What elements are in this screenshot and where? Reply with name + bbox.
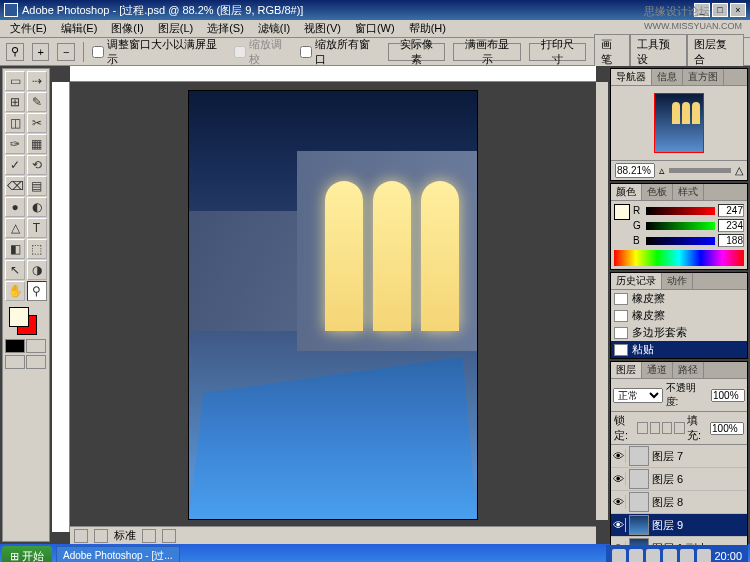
b-slider[interactable] (646, 237, 715, 245)
screenmode-std-icon[interactable] (5, 355, 25, 369)
dodge-tool[interactable]: ◐ (27, 197, 47, 217)
tab-swatches[interactable]: 色板 (642, 184, 673, 200)
visibility-icon[interactable]: 👁 (612, 495, 626, 509)
shape-tool[interactable]: ⬚ (27, 239, 47, 259)
b-value[interactable] (718, 234, 744, 247)
brush-tool[interactable]: ▦ (27, 134, 47, 154)
blur-tool[interactable]: ● (5, 197, 25, 217)
minimize-button[interactable]: _ (694, 3, 710, 17)
opacity-field[interactable] (711, 389, 745, 402)
layer-item[interactable]: 👁图层 8 (611, 491, 747, 514)
navigator-preview[interactable] (654, 93, 704, 153)
tab-layers[interactable]: 图层 (611, 362, 642, 378)
menu-image[interactable]: 图像(I) (105, 20, 149, 37)
type-tool[interactable]: T (27, 218, 47, 238)
zoom-in-icon[interactable]: △ (735, 164, 743, 177)
start-button[interactable]: ⊞ 开始 (2, 546, 52, 562)
menu-layer[interactable]: 图层(L) (152, 20, 199, 37)
visibility-icon[interactable]: 👁 (612, 472, 626, 486)
fit-all-check[interactable]: 缩放所有窗口 (300, 37, 380, 67)
zoom-drag-check[interactable]: 缩放调校 (234, 37, 292, 67)
color-spectrum[interactable] (614, 250, 744, 266)
history-item[interactable]: 橡皮擦 (611, 290, 747, 307)
zoom-tool-icon[interactable]: ⚲ (6, 43, 24, 61)
tray-icon[interactable] (697, 549, 711, 562)
color-fg-swatch[interactable] (614, 204, 630, 220)
palette-presets[interactable]: 工具预设 (630, 34, 687, 70)
status-icon[interactable] (74, 529, 88, 543)
menu-edit[interactable]: 编辑(E) (55, 20, 104, 37)
zoom-slider[interactable] (669, 168, 731, 173)
fg-color-swatch[interactable] (9, 307, 29, 327)
canvas-image[interactable] (188, 90, 478, 520)
g-value[interactable] (718, 219, 744, 232)
menu-help[interactable]: 帮助(H) (403, 20, 452, 37)
r-slider[interactable] (646, 207, 715, 215)
tray-icon[interactable] (663, 549, 677, 562)
tray-icon[interactable] (680, 549, 694, 562)
gradient-tool[interactable]: ▤ (27, 176, 47, 196)
clock[interactable]: 20:00 (714, 550, 742, 562)
maximize-button[interactable]: □ (712, 3, 728, 17)
notes-tool[interactable]: ↖ (5, 260, 25, 280)
history-item[interactable]: 橡皮擦 (611, 307, 747, 324)
eyedropper-tool[interactable]: ◑ (27, 260, 47, 280)
hand-tool[interactable]: ✋ (5, 281, 25, 301)
zoom-in-icon[interactable]: + (32, 43, 50, 61)
menu-select[interactable]: 选择(S) (201, 20, 250, 37)
menu-view[interactable]: 视图(V) (298, 20, 347, 37)
tab-histogram[interactable]: 直方图 (683, 69, 724, 85)
status-icon[interactable] (142, 529, 156, 543)
quickmask-icon[interactable] (26, 339, 46, 353)
wand-tool[interactable]: ✎ (27, 92, 47, 112)
history-brush-tool[interactable]: ⟲ (27, 155, 47, 175)
tab-navigator[interactable]: 导航器 (611, 69, 652, 85)
lock-all-icon[interactable] (674, 422, 684, 434)
tab-info[interactable]: 信息 (652, 69, 683, 85)
pen-tool[interactable]: ◧ (5, 239, 25, 259)
scrollbar-vertical[interactable] (596, 82, 608, 520)
tab-actions[interactable]: 动作 (662, 273, 693, 289)
tray-icon[interactable] (629, 549, 643, 562)
lock-pos-icon[interactable] (662, 422, 672, 434)
fill-field[interactable] (710, 422, 744, 435)
lasso-tool[interactable]: ⊞ (5, 92, 25, 112)
heal-tool[interactable]: ✑ (5, 134, 25, 154)
zoom-out-icon[interactable]: − (57, 43, 75, 61)
menu-file[interactable]: 文件(E) (4, 20, 53, 37)
tab-color[interactable]: 颜色 (611, 184, 642, 200)
menu-filter[interactable]: 滤镜(I) (252, 20, 296, 37)
screenmode-full-icon[interactable] (26, 355, 46, 369)
actual-pixels-button[interactable]: 实际像素 (388, 43, 445, 61)
zoom-tool[interactable]: ⚲ (27, 281, 47, 301)
default-colors-icon[interactable] (5, 339, 25, 353)
taskbar-item[interactable]: Adobe Photoshop - [过... (56, 546, 180, 562)
status-icon[interactable] (94, 529, 108, 543)
tray-icon[interactable] (612, 549, 626, 562)
tab-paths[interactable]: 路径 (673, 362, 704, 378)
palette-comps[interactable]: 图层复合 (687, 34, 744, 70)
lock-paint-icon[interactable] (650, 422, 660, 434)
visibility-icon[interactable]: 👁 (612, 518, 626, 532)
close-button[interactable]: × (730, 3, 746, 17)
ruler-horizontal[interactable] (70, 66, 596, 82)
marquee-tool[interactable]: ▭ (5, 71, 25, 91)
lock-trans-icon[interactable] (637, 422, 647, 434)
path-tool[interactable]: △ (5, 218, 25, 238)
history-item[interactable]: 多边形套索 (611, 324, 747, 341)
tab-styles[interactable]: 样式 (673, 184, 704, 200)
visibility-icon[interactable]: 👁 (612, 449, 626, 463)
zoom-out-icon[interactable]: ▵ (659, 164, 665, 177)
g-slider[interactable] (646, 222, 715, 230)
palette-brushes[interactable]: 画笔 (594, 34, 630, 70)
fit-screen-button[interactable]: 满画布显示 (453, 43, 521, 61)
move-tool[interactable]: ⇢ (27, 71, 47, 91)
status-icon[interactable] (162, 529, 176, 543)
zoom-field[interactable] (615, 163, 655, 178)
fit-window-check[interactable]: 调整窗口大小以满屏显示 (92, 37, 226, 67)
ruler-vertical[interactable] (52, 82, 70, 532)
tab-history[interactable]: 历史记录 (611, 273, 662, 289)
layer-item[interactable]: 👁图层 7 (611, 445, 747, 468)
history-item[interactable]: 粘贴 (611, 341, 747, 358)
r-value[interactable] (718, 204, 744, 217)
